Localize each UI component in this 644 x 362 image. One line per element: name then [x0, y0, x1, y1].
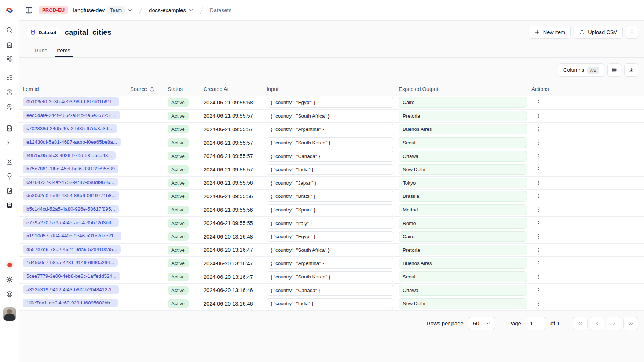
row-actions-button[interactable]	[534, 178, 544, 188]
project-switcher[interactable]: docs-examples	[149, 7, 194, 13]
input-value[interactable]: { "country": "Egypt" }	[267, 231, 394, 242]
expected-output-value[interactable]: Cairo	[399, 97, 527, 108]
table-row[interactable]: f4975c95-5fc3-4939-970d-58fa5cd48... Act…	[19, 149, 644, 163]
users-icon[interactable]	[0, 100, 19, 114]
dashboard-icon[interactable]	[0, 52, 19, 67]
input-value[interactable]: { "country": "Spain" }	[267, 204, 394, 215]
input-value[interactable]: { "country": "Italy" }	[267, 218, 394, 229]
tracing-tree-icon[interactable]	[0, 70, 19, 85]
expected-output-value[interactable]: Madrid	[399, 204, 527, 215]
sessions-clock-icon[interactable]	[0, 85, 19, 100]
table-row[interactable]: d557e7d6-7802-4624-9da6-52d410ea5... Act…	[19, 244, 644, 257]
item-id-pill[interactable]: e779a270-579a-4f45-aec4-35b72d3bff...	[23, 218, 119, 227]
col-header-source[interactable]: Source	[130, 86, 168, 92]
item-id-pill[interactable]: d557e7d6-7802-4624-9da6-52d410ea5...	[23, 245, 121, 254]
page-number-input[interactable]	[526, 317, 546, 330]
expected-output-value[interactable]: Rome	[399, 218, 527, 229]
item-id-pill[interactable]: b75c7861-1fbe-45cf-bdf6-83f139c95539	[23, 165, 118, 173]
row-actions-button[interactable]	[534, 111, 544, 121]
item-id-pill[interactable]: f4975c95-5fc3-4939-970d-58fa5cd48...	[23, 151, 116, 160]
expected-output-value[interactable]: Seoul	[399, 137, 527, 148]
expected-output-value[interactable]: New Delhi	[399, 298, 527, 309]
table-row[interactable]: a1910d57-7f84-440c-9e46-a31c2d7e21... Ac…	[19, 230, 644, 244]
expected-output-value[interactable]: Tokyo	[399, 178, 527, 188]
columns-button[interactable]: Columns 7/8	[558, 63, 604, 77]
lightbulb-icon[interactable]	[0, 169, 19, 184]
input-value[interactable]: { "country": "South Africa" }	[267, 111, 394, 121]
input-value[interactable]: { "country": "Argentina" }	[267, 124, 394, 134]
col-header-created-at[interactable]: Created At	[204, 86, 267, 92]
table-row[interactable]: b5c144cd-52a5-4a80-926e-58617f895... Act…	[19, 203, 644, 217]
table-row[interactable]: de30d2e0-f5d9-4854-88b6-0619771b8... Act…	[19, 190, 644, 203]
item-id-pill[interactable]: 5cee7779-3e00-4eb8-be8c-1affedd524...	[23, 272, 120, 280]
table-row[interactable]: 5cee7779-3e00-4eb8-be8c-1affedd524... Ac…	[19, 270, 644, 284]
row-actions-button[interactable]	[534, 272, 544, 281]
item-id-pill[interactable]: de30d2e0-f5d9-4854-88b6-0619771b8...	[23, 191, 119, 200]
row-actions-button[interactable]	[534, 152, 544, 161]
item-id-pill[interactable]: 05109ef0-2e3b-4e03-98dd-8f7d01b61f...	[23, 97, 119, 106]
langfuse-logo[interactable]	[0, 0, 19, 21]
row-actions-button[interactable]	[534, 232, 544, 241]
expected-output-value[interactable]: Ottawa	[399, 285, 527, 296]
input-value[interactable]: { "country": "Egypt" }	[267, 97, 394, 108]
col-header-input[interactable]: Input	[267, 86, 399, 92]
previous-page-button[interactable]	[590, 317, 604, 330]
annotation-clipboard-icon[interactable]	[0, 184, 19, 198]
export-button[interactable]	[624, 63, 638, 77]
table-row[interactable]: 69764737-34af-4752-9787-d90df9616... Act…	[19, 177, 644, 190]
item-id-pill[interactable]: a322b319-9412-4f43-b8f2-b20484127f...	[23, 285, 119, 294]
expected-output-value[interactable]: Ottawa	[399, 151, 527, 162]
expected-output-value[interactable]: New Delhi	[399, 164, 527, 175]
last-page-button[interactable]	[623, 317, 638, 330]
table-row[interactable]: c702838d-24d5-40a2-bf35-67dc3a3df... Act…	[19, 123, 644, 136]
expected-output-value[interactable]: Pretoria	[399, 245, 527, 255]
tab-runs[interactable]: Runs	[32, 44, 50, 57]
playground-terminal-icon[interactable]	[0, 136, 19, 150]
expected-output-value[interactable]: Seoul	[399, 272, 527, 282]
input-value[interactable]: { "country": "South Korea" }	[267, 137, 394, 148]
item-id-pill[interactable]: 1f0e7da1-dbff-4e60-929d-f6095602bb...	[23, 299, 118, 307]
row-actions-button[interactable]	[534, 138, 544, 147]
row-actions-button[interactable]	[534, 98, 544, 107]
sidebar-toggle-icon[interactable]	[24, 5, 34, 15]
row-actions-button[interactable]	[534, 165, 544, 174]
datasets-database-icon[interactable]	[0, 198, 19, 213]
row-actions-button[interactable]	[534, 259, 544, 268]
row-actions-button[interactable]	[534, 192, 544, 201]
table-row[interactable]: 1d45b0e7-b85a-4231-9149-6ff90a294... Act…	[19, 257, 644, 270]
first-page-button[interactable]	[573, 317, 588, 330]
expected-output-value[interactable]: Pretoria	[399, 111, 527, 121]
row-actions-button[interactable]	[534, 205, 544, 214]
item-id-pill[interactable]: a1910d57-7f84-440c-9e46-a31c2d7e21...	[23, 232, 121, 240]
table-row[interactable]: 1f0e7da1-dbff-4e60-929d-f6095602bb... Ac…	[19, 297, 644, 311]
row-actions-button[interactable]	[534, 245, 544, 255]
item-id-pill[interactable]: b5c144cd-52a5-4a80-926e-58617f895...	[23, 205, 119, 213]
support-lifebuoy-icon[interactable]	[0, 287, 19, 302]
table-row[interactable]: e779a270-579a-4f45-aec4-35b72d3bff... Ac…	[19, 217, 644, 230]
item-id-pill[interactable]: eed5dafe-244f-465c-a84c-4a6e357251...	[23, 111, 120, 119]
input-value[interactable]: { "country": "Japan" }	[267, 178, 394, 188]
upload-csv-button[interactable]: Upload CSV	[574, 26, 623, 39]
expected-output-value[interactable]: Buenos Aires	[399, 124, 527, 134]
item-id-pill[interactable]: 69764737-34af-4752-9787-d90df9616...	[23, 178, 118, 186]
expected-output-value[interactable]: Buenos Aires	[399, 258, 527, 269]
recording-indicator-icon[interactable]	[0, 258, 19, 272]
item-id-pill[interactable]: 1d45b0e7-b85a-4231-9149-6ff90a294...	[23, 258, 118, 267]
row-actions-button[interactable]	[534, 219, 544, 228]
row-actions-button[interactable]	[534, 125, 544, 134]
table-row[interactable]: b75c7861-1fbe-45cf-bdf6-83f139c95539 Act…	[19, 163, 644, 177]
table-row[interactable]: eed5dafe-244f-465c-a84c-4a6e357251... Ac…	[19, 110, 644, 123]
settings-gear-icon[interactable]	[0, 272, 19, 287]
table-row[interactable]: 05109ef0-2e3b-4e03-98dd-8f7d01b61f... Ac…	[19, 96, 644, 110]
row-actions-button[interactable]	[534, 286, 544, 295]
page-more-actions-button[interactable]	[626, 26, 638, 39]
table-row[interactable]: e12430df-5e81-4687-aabb-f0ea65be8a... Ac…	[19, 136, 644, 150]
evaluation-percent-icon[interactable]	[0, 154, 19, 169]
col-header-status[interactable]: Status	[168, 86, 204, 92]
breadcrumb-section[interactable]: Datasets	[210, 7, 231, 13]
input-value[interactable]: { "country": "India" }	[267, 298, 394, 309]
input-value[interactable]: { "country": "Argentina" }	[267, 258, 394, 269]
prompts-file-icon[interactable]	[0, 121, 19, 136]
org-switcher[interactable]: langfuse-dev Team	[73, 6, 133, 14]
item-id-pill[interactable]: e12430df-5e81-4687-aabb-f0ea65be8a...	[23, 138, 121, 146]
